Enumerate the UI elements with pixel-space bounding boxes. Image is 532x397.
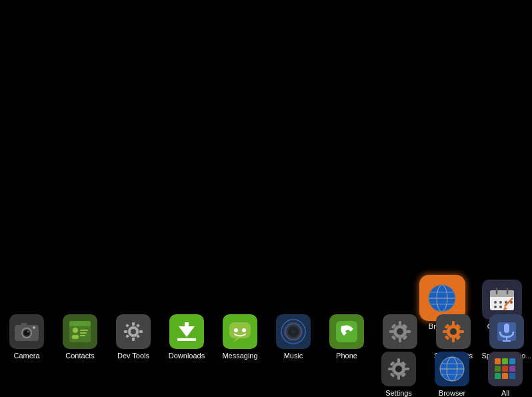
app-downloads[interactable]: Downloads [160, 314, 213, 360]
app-label-camera: Camera [1, 352, 52, 360]
svg-point-25 [33, 326, 35, 329]
svg-point-23 [27, 331, 29, 333]
svg-rect-85 [388, 368, 393, 370]
app-browser2[interactable]: Browser [425, 352, 479, 397]
svg-point-48 [234, 328, 238, 332]
app-dev-tools[interactable]: Dev Tools [107, 314, 160, 360]
svg-rect-27 [69, 321, 91, 326]
app-phone[interactable]: Phone [320, 314, 373, 360]
app-label-music: Music [268, 352, 319, 360]
svg-rect-56 [336, 321, 357, 342]
app-messaging[interactable]: Messaging [213, 314, 267, 360]
svg-point-15 [494, 306, 497, 308]
svg-rect-31 [80, 332, 87, 334]
svg-rect-100 [502, 366, 508, 372]
app-contacts[interactable]: Contacts [53, 314, 107, 360]
app-label-messaging: Messaging [215, 352, 265, 360]
svg-point-49 [242, 328, 246, 332]
svg-point-58 [397, 328, 403, 335]
svg-rect-97 [502, 358, 508, 364]
svg-rect-60 [399, 338, 401, 342]
svg-rect-72 [459, 330, 464, 333]
svg-point-16 [499, 306, 502, 308]
app-label-settings2: Settings [373, 389, 424, 397]
svg-rect-45 [177, 338, 196, 341]
svg-rect-35 [132, 322, 135, 326]
svg-rect-29 [72, 335, 79, 339]
svg-point-28 [73, 328, 78, 333]
app-label-contacts: Contacts [55, 352, 105, 360]
svg-rect-83 [397, 358, 400, 363]
svg-rect-71 [443, 330, 447, 333]
svg-rect-37 [124, 330, 127, 333]
svg-rect-99 [495, 366, 501, 372]
svg-rect-96 [495, 358, 501, 364]
svg-rect-30 [80, 330, 88, 331]
svg-rect-69 [452, 321, 455, 326]
svg-rect-101 [509, 366, 515, 372]
svg-point-68 [450, 328, 457, 335]
svg-rect-38 [139, 330, 143, 333]
app-label-browser2: Browser [427, 389, 477, 397]
app-camera[interactable]: Camera [0, 314, 53, 360]
svg-point-12 [499, 301, 502, 304]
svg-rect-78 [504, 324, 509, 333]
svg-point-34 [131, 329, 136, 334]
svg-rect-36 [132, 338, 135, 341]
svg-rect-39 [125, 324, 129, 328]
svg-rect-62 [406, 330, 411, 333]
svg-rect-98 [509, 358, 515, 364]
app-music[interactable]: Music [267, 314, 320, 360]
svg-rect-104 [509, 373, 515, 379]
svg-rect-59 [399, 321, 401, 326]
svg-rect-70 [452, 338, 455, 342]
app-settings2[interactable]: Settings [372, 352, 425, 397]
svg-point-11 [494, 301, 497, 304]
app-label-dev-tools: Dev Tools [108, 352, 159, 360]
svg-rect-86 [405, 368, 409, 370]
svg-rect-61 [389, 330, 394, 333]
svg-rect-44 [185, 322, 189, 333]
app-all[interactable]: All [479, 352, 532, 397]
svg-rect-8 [490, 294, 514, 297]
svg-point-82 [395, 366, 402, 372]
svg-rect-103 [502, 373, 508, 379]
app-label-downloads: Downloads [161, 352, 212, 360]
svg-rect-24 [21, 323, 27, 326]
svg-rect-102 [495, 373, 501, 379]
svg-rect-40 [136, 324, 140, 328]
svg-point-53 [291, 330, 295, 334]
svg-rect-84 [397, 375, 400, 380]
app-label-all: All [480, 389, 531, 397]
svg-marker-47 [233, 338, 240, 342]
svg-rect-32 [80, 335, 85, 336]
app-label-phone: Phone [321, 352, 372, 360]
svg-rect-41 [125, 334, 129, 338]
